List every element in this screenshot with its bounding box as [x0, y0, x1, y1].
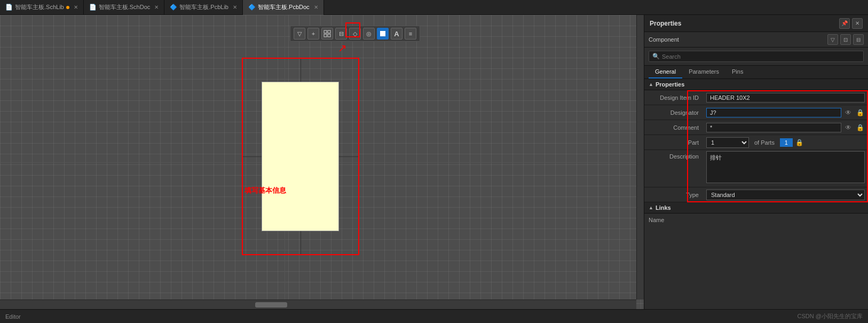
- section-header-properties: ▲ Properties: [644, 79, 868, 90]
- collapse-btn[interactable]: ⊟: [853, 34, 864, 45]
- comment-label: Comment: [644, 122, 703, 133]
- tab-bar: 📄 智能车主板.SchLib ✕ 📄 智能车主板.SchDoc ✕ 🔷 智能车主…: [0, 0, 868, 15]
- svg-rect-4: [380, 31, 385, 36]
- svg-rect-0: [324, 30, 327, 33]
- scroll-right[interactable]: [636, 15, 644, 300]
- search-box: 🔍: [644, 48, 868, 66]
- section-title: Properties: [656, 81, 684, 88]
- grid-btn[interactable]: [321, 28, 333, 40]
- properties-panel: Properties 📌 ✕ Component ▽ ⊡ ⊟ 🔍 General…: [644, 15, 868, 309]
- collapse-triangle: ▲: [649, 82, 653, 87]
- designator-input[interactable]: [706, 108, 841, 117]
- type-value: Standard Mechanical Graphical: [703, 188, 868, 201]
- component-btn[interactable]: [377, 28, 389, 40]
- main-area: ▽ + ⊟ ◇ ◎ A ≡ ↗: [0, 15, 868, 309]
- comment-lock-btn[interactable]: 🔒: [855, 123, 865, 132]
- design-item-value: HEADER 10X2: [703, 92, 868, 104]
- part-label: Part: [644, 137, 703, 148]
- component-selector-row: Component ▽ ⊡ ⊟: [644, 32, 868, 48]
- component-red-box: [242, 58, 359, 255]
- pin-panel-btn[interactable]: 📌: [839, 18, 850, 29]
- description-row: Description 排针: [644, 150, 868, 187]
- prop-section: ▲ Properties Design Item ID HEADER 10X2 …: [644, 79, 868, 202]
- tab-schdoc[interactable]: 📄 智能车主板.SchDoc ✕: [84, 0, 165, 15]
- panel-header: Properties 📌 ✕: [644, 15, 868, 32]
- text-btn[interactable]: A: [391, 28, 403, 40]
- description-value: 排针: [703, 150, 868, 186]
- expand-btn[interactable]: ⊡: [840, 34, 851, 45]
- tab-general[interactable]: General: [649, 66, 682, 78]
- type-label: Type: [644, 190, 703, 200]
- ruler-btn[interactable]: ⊟: [335, 28, 347, 40]
- scroll-thumb-h: [255, 302, 287, 308]
- filter-btn-panel[interactable]: ▽: [827, 34, 838, 45]
- of-parts-value: 1: [780, 138, 793, 147]
- comment-eye-btn[interactable]: 👁: [843, 123, 853, 132]
- panel-title: Properties: [650, 20, 681, 27]
- part-select[interactable]: 1: [706, 137, 749, 148]
- svg-rect-2: [324, 34, 327, 37]
- search-icon: 🔍: [652, 53, 660, 60]
- comment-input[interactable]: [706, 123, 841, 132]
- design-item-row: Design Item ID HEADER 10X2: [644, 90, 868, 105]
- close-panel-btn[interactable]: ✕: [852, 18, 863, 29]
- scroll-bottom[interactable]: [0, 300, 636, 309]
- links-triangle: ▲: [649, 205, 653, 210]
- designator-row: Designator 👁 🔒: [644, 105, 868, 120]
- search-input[interactable]: [662, 53, 860, 60]
- designator-lock-btn[interactable]: 🔒: [855, 108, 865, 117]
- designator-eye-btn[interactable]: 👁: [843, 108, 853, 117]
- of-parts-label: of Parts: [751, 139, 778, 146]
- tab-parameters[interactable]: Parameters: [682, 66, 725, 78]
- panel-header-icons: 📌 ✕: [839, 18, 863, 29]
- tab-pcbdoc[interactable]: 🔷 智能车主板.PcbDoc ✕: [243, 0, 324, 15]
- part-value: 1 of Parts 1 🔒: [703, 136, 868, 149]
- snap-btn[interactable]: ◇: [349, 28, 361, 40]
- designator-value: 👁 🔒: [703, 107, 868, 119]
- canvas-area[interactable]: ▽ + ⊟ ◇ ◎ A ≡ ↗: [0, 15, 644, 309]
- component-label: Component: [649, 36, 679, 43]
- type-select[interactable]: Standard Mechanical Graphical: [706, 190, 865, 200]
- design-item-label: Design Item ID: [644, 92, 703, 103]
- comment-row: Comment 👁 🔒: [644, 120, 868, 135]
- description-textarea[interactable]: 排针: [706, 151, 865, 183]
- filter-btn[interactable]: ▽: [294, 28, 305, 40]
- add-btn[interactable]: +: [307, 28, 319, 40]
- chinese-annotation: 填写基本信息: [244, 186, 286, 195]
- part-lock-btn[interactable]: 🔒: [795, 138, 804, 147]
- links-title: Links: [656, 204, 671, 211]
- links-name-label: Name: [644, 214, 868, 225]
- type-row: Type Standard Mechanical Graphical: [644, 187, 868, 202]
- editor-label: Editor: [5, 313, 21, 320]
- description-label: Description: [644, 150, 703, 162]
- svg-rect-1: [328, 30, 330, 33]
- prop-tabs: General Parameters Pins: [644, 66, 868, 79]
- tab-pins[interactable]: Pins: [725, 66, 749, 78]
- design-item-text: HEADER 10X2: [706, 93, 865, 103]
- designator-label: Designator: [644, 107, 703, 118]
- watermark: CSDN @小阳先生的宝库: [798, 312, 863, 320]
- search-wrapper: 🔍: [649, 51, 864, 62]
- tab-schlib[interactable]: 📄 智能车主板.SchLib ✕: [0, 0, 84, 15]
- part-row: Part 1 of Parts 1 🔒: [644, 135, 868, 150]
- floating-toolbar: ▽ + ⊟ ◇ ◎ A ≡: [290, 26, 420, 42]
- tab-pcblib[interactable]: 🔷 智能车主板.PcbLib ✕: [164, 0, 243, 15]
- origin-btn[interactable]: ◎: [363, 28, 375, 40]
- section-header-links: ▲ Links: [644, 202, 868, 214]
- lines-btn[interactable]: ≡: [405, 28, 416, 40]
- svg-rect-3: [328, 34, 330, 37]
- links-section: ▲ Links Name: [644, 202, 868, 225]
- bottom-bar: Editor CSDN @小阳先生的宝库: [0, 309, 868, 323]
- comment-value: 👁 🔒: [703, 122, 868, 133]
